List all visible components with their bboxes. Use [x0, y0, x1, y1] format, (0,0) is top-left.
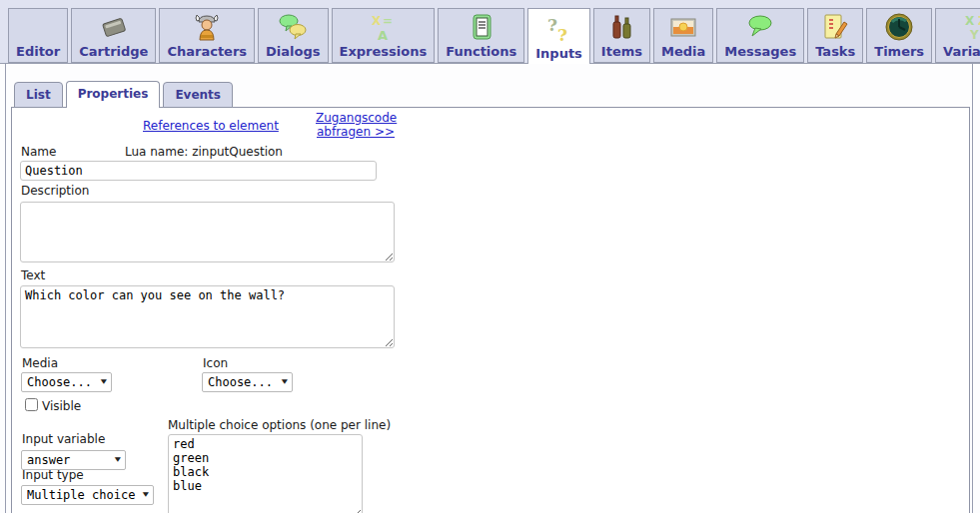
visible-label: Visible [42, 399, 81, 413]
input-variable-label: Input variable [22, 432, 105, 446]
cartridge-icon [99, 11, 129, 43]
tab-label: Cartridge [79, 44, 148, 59]
svg-text:X: X [965, 14, 975, 28]
svg-text:X: X [372, 14, 382, 28]
tab-label: Media [661, 44, 705, 59]
clipboard-pencil-icon [820, 11, 850, 43]
name-input[interactable] [20, 161, 377, 181]
tab-media[interactable]: Media [653, 8, 713, 63]
tab-label: Expressions [340, 44, 428, 59]
tab-editor[interactable]: Editor [8, 8, 68, 63]
tab-label: Inputs [535, 46, 582, 61]
icon-select[interactable]: Choose... [202, 372, 293, 392]
svg-text:?: ? [547, 15, 557, 35]
input-variable-select[interactable]: answer [21, 450, 126, 470]
tab-characters[interactable]: Characters [159, 8, 255, 63]
speech-bubble-icon [745, 11, 775, 43]
tab-variables[interactable]: XZY Variables [935, 8, 980, 63]
svg-text:?: ? [557, 25, 567, 44]
description-label: Description [21, 184, 89, 198]
multiple-choice-options-label: Multiple choice options (one per line) [168, 418, 391, 432]
multiple-choice-options-textarea[interactable]: red green black blue [168, 434, 363, 513]
question-marks-icon: ?? [544, 13, 574, 45]
zugangscode-line2: abfragen >> [316, 126, 396, 140]
subtab-properties[interactable]: Properties [66, 81, 161, 108]
picture-icon [668, 11, 698, 43]
media-select[interactable]: Choose... [21, 372, 112, 392]
tab-label: Dialogs [266, 44, 320, 59]
speech-bubbles-icon [278, 11, 308, 43]
bottles-icon [606, 11, 636, 43]
tab-label: Items [601, 44, 642, 59]
svg-text:A: A [378, 28, 388, 42]
tab-dialogs[interactable]: Dialogs [258, 8, 328, 63]
tab-label: Characters [167, 44, 247, 59]
tab-label: Timers [874, 44, 924, 59]
tab-cartridge[interactable]: Cartridge [71, 8, 156, 63]
text-label: Text [21, 268, 45, 282]
tab-functions[interactable]: Functions [438, 8, 524, 63]
tab-timers[interactable]: Timers [866, 8, 932, 63]
subtab-events[interactable]: Events [163, 82, 233, 108]
tab-label: Functions [446, 44, 516, 59]
svg-text:Y: Y [969, 28, 979, 42]
main-tab-bar: Editor Cartridge Characters Dialogs X=A … [0, 0, 980, 64]
visible-checkbox[interactable] [25, 398, 38, 411]
text-textarea[interactable]: Which color can you see on the wall? [20, 285, 395, 348]
input-type-select-wrap: Multiple choice [21, 484, 154, 504]
variable-letters-icon: XZY [962, 11, 980, 43]
tab-expressions[interactable]: X=A Expressions [332, 8, 436, 63]
tab-label: Messages [724, 44, 796, 59]
description-textarea[interactable] [20, 202, 395, 262]
input-type-select[interactable]: Multiple choice [21, 485, 154, 505]
media-label: Media [22, 356, 58, 370]
tab-label: Tasks [815, 44, 855, 59]
icon-label: Icon [203, 356, 228, 370]
icon-select-wrap: Choose... [202, 371, 293, 391]
svg-text:=: = [383, 14, 393, 28]
tab-label: Editor [16, 44, 60, 59]
tab-inputs[interactable]: ?? Inputs [527, 8, 590, 64]
subtab-list[interactable]: List [14, 82, 63, 108]
name-label: Name [21, 145, 56, 159]
tab-tasks[interactable]: Tasks [807, 8, 863, 63]
input-type-label: Input type [22, 468, 84, 482]
function-form-icon [467, 11, 496, 43]
tab-label: Variables [943, 44, 980, 59]
media-select-wrap: Choose... [21, 371, 112, 391]
zugangscode-line1: Zugangscode [316, 112, 396, 126]
input-variable-select-wrap: answer [21, 449, 126, 469]
zugangscode-abfragen-link[interactable]: Zugangscode abfragen >> [316, 112, 396, 139]
clock-icon [884, 11, 914, 43]
viking-character-icon [192, 11, 222, 43]
tab-items[interactable]: Items [593, 8, 650, 63]
expression-letters-icon: X=A [368, 11, 398, 43]
wherigo-editor-window: Editor Cartridge Characters Dialogs X=A … [0, 0, 980, 513]
sub-tab-bar: List Properties Events [14, 81, 233, 108]
references-to-element-link[interactable]: References to element [143, 119, 279, 133]
lua-name-label: Lua name: zinputQuestion [125, 145, 283, 159]
tab-messages[interactable]: Messages [716, 8, 804, 63]
